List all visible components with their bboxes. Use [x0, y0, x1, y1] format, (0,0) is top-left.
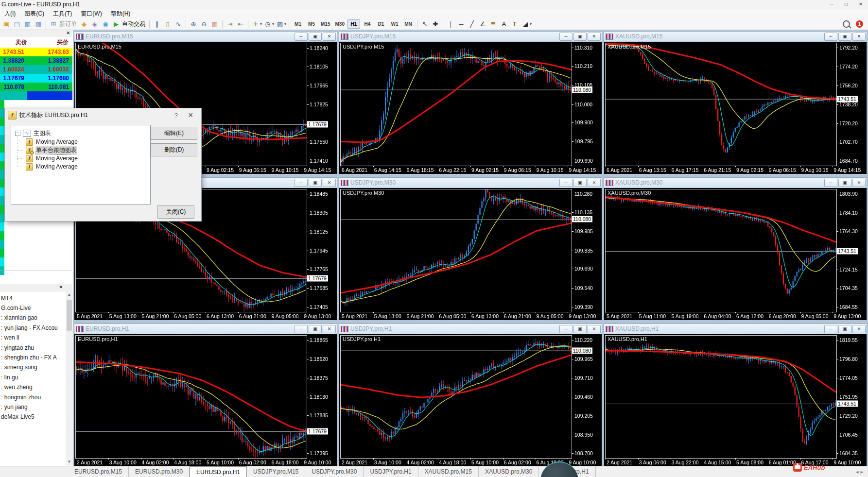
chart-restore-button[interactable]: ▣ — [573, 325, 587, 333]
vertical-line-icon[interactable]: ｜ — [446, 19, 455, 29]
chart-restore-button[interactable]: ▣ — [573, 33, 587, 41]
timeframe-mn[interactable]: MN — [402, 19, 415, 29]
periods-dropdown-arrow[interactable]: ▾ — [272, 22, 274, 26]
indicator-tree-item[interactable]: fMoving Average — [26, 138, 78, 146]
chart-close-button[interactable]: ✕ — [323, 325, 336, 333]
scrollbar-thumb[interactable] — [67, 300, 72, 331]
chart-close-button[interactable]: ✕ — [852, 179, 866, 187]
chart-window-titlebar[interactable]: USDJPY.pro,H1─▣✕ — [339, 324, 602, 334]
shapes-dropdown[interactable]: ◢ — [521, 19, 530, 29]
fibonacci-icon[interactable]: ≣ — [488, 19, 498, 29]
chart-close-button[interactable]: ✕ — [588, 33, 601, 41]
chart-tab-xauusd-pro-m30[interactable]: XAUUSD.pro,M30 — [479, 466, 539, 477]
notification-badge[interactable]: 1 — [856, 20, 863, 28]
auto-scroll-icon[interactable]: ⇥ — [225, 19, 235, 29]
minimize-button[interactable]: ─ — [824, 0, 839, 9]
chart-tab-xauusd-pro-m15[interactable]: XAUUSD.pro,M15 — [418, 466, 479, 477]
dialog-titlebar[interactable]: f 技术指标 EURUSD.pro,H1 — [5, 108, 201, 122]
navigator-account-item[interactable]: deMax-Live5 — [1, 413, 35, 420]
channel-icon[interactable]: ∠ — [478, 19, 487, 29]
chart-minimize-button[interactable]: ─ — [295, 33, 308, 41]
chart-tab-eurusd-pro-m30[interactable]: EURUSD.pro,M30 — [129, 466, 190, 477]
chart-minimize-button[interactable]: ─ — [559, 325, 573, 333]
indicators-dropdown-arrow[interactable]: ▾ — [260, 22, 262, 26]
indicators-dropdown[interactable]: ✛ — [251, 19, 260, 29]
market-watch-icon[interactable]: ▤ — [12, 19, 22, 29]
navigator-account-item[interactable]: : wen li — [1, 334, 19, 341]
chart-window-titlebar[interactable]: XAUUSD.pro,M15─▣✕ — [604, 32, 867, 42]
navigator-account-item[interactable]: : simeng song — [1, 364, 37, 371]
autotrading-button[interactable]: ▶ — [111, 19, 121, 29]
navigator-account-item[interactable]: G.com-Live — [1, 305, 31, 311]
expert-advisors-icon[interactable]: ◈ — [90, 19, 100, 29]
chart-shift-icon[interactable]: ⇤ — [236, 19, 245, 29]
navigator-account-item[interactable]: : yun jiang — [1, 404, 28, 410]
timeframe-h1[interactable]: H1 — [347, 19, 360, 29]
script-icon[interactable]: ◆ — [79, 19, 89, 29]
tree-root[interactable]: − ∿ 主图表 — [15, 129, 51, 137]
zoom-in-icon[interactable]: ⊕ — [189, 19, 198, 29]
trendline-icon[interactable]: ╱ — [467, 19, 477, 29]
dialog-help-button[interactable]: ? — [174, 112, 178, 119]
edit-button[interactable]: 编辑(E) — [151, 127, 197, 140]
market-watch-row[interactable]: 1.388201.38827 — [0, 56, 72, 65]
navigator-account-item[interactable]: : xiannian gao — [1, 314, 37, 321]
market-watch-row[interactable] — [0, 91, 72, 100]
chart-window-titlebar[interactable]: USDJPY.pro,M15─▣✕ — [339, 32, 602, 42]
horizontal-line-icon[interactable]: ─ — [456, 19, 466, 29]
indicator-tree-item[interactable]: fMoving Average — [26, 163, 78, 170]
menu-item-2[interactable]: 工具(T) — [49, 9, 76, 18]
chart-restore-button[interactable]: ▣ — [309, 179, 322, 187]
close-dialog-button[interactable]: 关闭(C) — [157, 205, 194, 219]
new-order-button[interactable]: ⊞ — [49, 19, 58, 29]
column-sell[interactable]: 卖价 — [0, 37, 30, 48]
column-buy[interactable]: 买价 — [30, 37, 72, 48]
navigator-caption[interactable]: ✕ — [0, 284, 72, 291]
market-watch-row[interactable]: 1743.511743.63 — [0, 48, 72, 56]
cursor-icon[interactable]: ↖ — [420, 19, 430, 29]
chart-canvas[interactable] — [74, 334, 337, 466]
navigator-account-item[interactable]: : yingtao zhu — [1, 344, 34, 351]
chart-minimize-button[interactable]: ─ — [295, 325, 308, 333]
tab-scroll-right-icon[interactable]: ▸ — [860, 469, 865, 475]
chart-restore-button[interactable]: ▣ — [309, 325, 322, 333]
dialog-close-button[interactable]: ✕ — [188, 111, 193, 119]
label-icon[interactable]: T — [510, 19, 520, 29]
timeframe-m15[interactable]: M15 — [319, 19, 332, 29]
chart-close-button[interactable]: ✕ — [852, 325, 866, 333]
text-icon[interactable]: A — [499, 19, 509, 29]
navigator-icon[interactable]: ▦ — [34, 19, 43, 29]
chart-window-titlebar[interactable]: XAUUSD.pro,M30─▣✕ — [604, 178, 867, 188]
scroll-up-icon[interactable]: ▲ — [66, 291, 73, 298]
line-chart-icon[interactable]: ∿ — [174, 19, 183, 29]
bar-chart-icon[interactable]: ∥ — [152, 19, 162, 29]
collapse-icon[interactable]: − — [15, 131, 20, 136]
chart-close-button[interactable]: ✕ — [588, 179, 601, 187]
indicator-tree-item[interactable]: fMoving Average — [26, 154, 78, 162]
timeframe-m1[interactable]: M1 — [292, 19, 304, 29]
chart-canvas[interactable] — [339, 42, 602, 174]
menu-item-4[interactable]: 帮助(H) — [106, 9, 135, 18]
chart-close-button[interactable]: ✕ — [323, 179, 336, 187]
chart-tab-usdjpy-pro-h1[interactable]: USDJPY.pro,H1 — [364, 466, 418, 477]
crosshair-icon[interactable]: ✚ — [431, 19, 440, 29]
chart-close-button[interactable]: ✕ — [588, 325, 601, 333]
menu-item-1[interactable]: 图表(C) — [20, 9, 49, 18]
market-watch-close-icon[interactable]: ✕ — [66, 31, 70, 35]
data-window-icon[interactable]: ▥ — [23, 19, 33, 29]
indicator-tree-item[interactable]: f单平台跟随图表 — [26, 146, 77, 154]
market-watch-caption[interactable]: ✕ — [0, 30, 72, 37]
timeframe-w1[interactable]: W1 — [388, 19, 401, 29]
chart-restore-button[interactable]: ▣ — [838, 179, 851, 187]
market-watch-row[interactable]: 1.176791.17680 — [0, 74, 72, 83]
shapes-dropdown-arrow[interactable]: ▾ — [530, 22, 532, 26]
periods-dropdown[interactable]: ◷ — [263, 19, 273, 29]
chart-tab-eurusd-pro-h1[interactable]: EURUSD.pro,H1 — [190, 466, 247, 477]
chart-restore-button[interactable]: ▣ — [838, 33, 851, 41]
navigator-account-item[interactable]: : lin gu — [1, 374, 18, 381]
chart-minimize-button[interactable]: ─ — [824, 325, 837, 333]
market-watch-row[interactable]: 110.078110.081 — [0, 83, 72, 91]
profiles-icon[interactable]: ▣ — [1, 19, 11, 29]
chart-canvas[interactable] — [339, 334, 602, 466]
market-watch-row[interactable]: 1.600241.60032 — [0, 65, 72, 74]
